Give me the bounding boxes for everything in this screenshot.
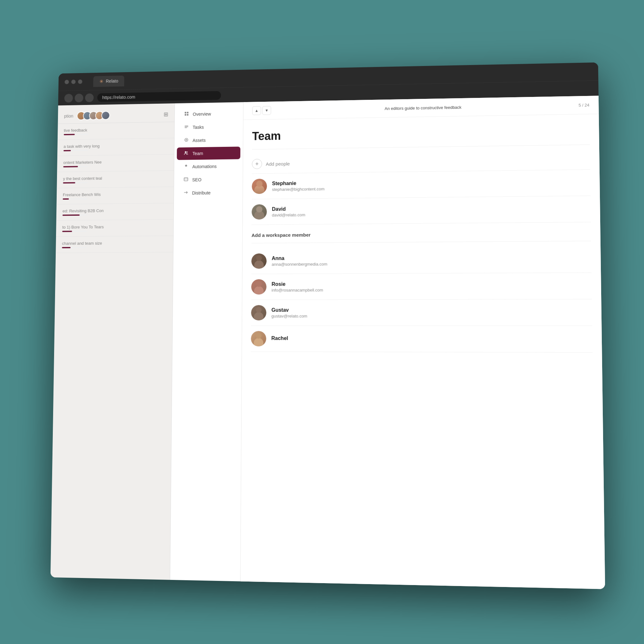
avatar-david <box>251 204 267 220</box>
member-name-gustav: Gustav <box>271 307 307 313</box>
team-member-rosie[interactable]: Rosie info@rosannacampbell.com <box>251 273 592 300</box>
list-item[interactable]: y the best content teal <box>57 171 174 188</box>
list-item[interactable]: ed: Revisiting B2B Con <box>56 203 174 221</box>
sidebar-item-label-distribute: Distribute <box>192 190 211 195</box>
list-item[interactable]: a task with very long <box>57 138 174 156</box>
list-item[interactable]: tive feedback <box>58 122 175 140</box>
browser-tab[interactable]: ✳ Relato <box>93 75 124 87</box>
member-name-rosie: Rosie <box>271 281 323 287</box>
sidebar-item-assets[interactable]: Assets <box>177 133 240 147</box>
divider <box>251 241 591 243</box>
avatar-rachel <box>251 331 266 346</box>
add-people-label: Add people <box>266 161 290 167</box>
team-member-stephanie[interactable]: Stephanie stephanie@bighcontent.com <box>252 170 591 199</box>
sidebar-item-label-automations: Automations <box>192 164 217 169</box>
avatar-5 <box>101 111 110 119</box>
list-item-title: to 1) Bore You To Tears <box>62 224 167 230</box>
svg-rect-3 <box>187 114 188 116</box>
team-member-gustav[interactable]: Gustav gustav@relato.com <box>251 299 592 326</box>
member-name-rachel: Rachel <box>271 336 288 341</box>
assets-icon <box>183 137 190 144</box>
list-item-title: tive feedback <box>64 127 168 133</box>
page-title: Team <box>252 125 590 143</box>
member-name-david: David <box>272 206 305 212</box>
distribute-icon <box>183 190 189 196</box>
list-item-title: Freelance Bench Wis <box>63 191 167 197</box>
next-arrow[interactable]: ▼ <box>262 106 271 115</box>
sidebar-item-label-seo: SEO <box>192 177 202 182</box>
nav-arrows: ▲ ▼ <box>252 106 271 115</box>
sidebar-item-distribute[interactable]: Distribute <box>176 186 240 199</box>
forward-button[interactable] <box>75 93 83 102</box>
reload-button[interactable] <box>85 93 94 102</box>
avatar-gustav <box>251 305 267 320</box>
toolbar-icons: ⊞ <box>164 111 168 118</box>
sidebar-item-team[interactable]: Team <box>177 147 240 160</box>
nav-sidebar: Overview Tasks <box>170 102 243 581</box>
list-item[interactable]: Freelance Bench Wis <box>57 187 174 204</box>
sidebar-item-overview[interactable]: Overview <box>177 107 241 121</box>
traffic-light-maximize[interactable] <box>78 80 82 84</box>
sidebar-item-seo[interactable]: SEO <box>176 173 240 186</box>
traffic-light-close[interactable] <box>65 80 69 84</box>
seo-icon <box>183 177 189 183</box>
traffic-lights <box>65 80 82 84</box>
list-item-title: ed: Revisiting B2B Con <box>62 208 167 213</box>
columns-icon[interactable]: ⊞ <box>164 111 168 118</box>
back-button[interactable] <box>64 94 73 102</box>
member-name-anna: Anna <box>272 255 327 261</box>
content-counter: 5 / 24 <box>579 102 590 108</box>
member-name-stephanie: Stephanie <box>272 180 325 186</box>
avatar-anna <box>251 253 267 269</box>
prev-arrow[interactable]: ▲ <box>252 106 261 115</box>
list-item-title: y the best content teal <box>63 175 168 181</box>
team-member-anna[interactable]: Anna anna@sonnenbergmedia.com <box>251 246 592 274</box>
member-info-gustav: Gustav gustav@relato.com <box>271 307 308 318</box>
svg-rect-2 <box>185 114 186 116</box>
svg-rect-0 <box>185 112 186 113</box>
sidebar-item-label-assets: Assets <box>193 138 206 143</box>
relato-tab-icon: ✳ <box>99 78 104 84</box>
main-content: ▲ ▼ An editors guide to constructive fee… <box>241 96 605 589</box>
add-people-icon: + <box>252 159 262 169</box>
team-member-david[interactable]: David david@relato.com <box>251 196 591 225</box>
svg-rect-11 <box>184 178 188 181</box>
traffic-light-minimize[interactable] <box>71 80 75 84</box>
member-email-stephanie: stephanie@bighcontent.com <box>272 186 325 192</box>
browser-window: ✳ Relato https://relato.com ption <box>51 62 605 589</box>
sidebar-header: ption <box>58 103 175 124</box>
list-item[interactable]: ontent Marketers Nee <box>57 155 174 172</box>
browser-nav-buttons <box>64 93 94 102</box>
tab-bar: ✳ Relato <box>93 75 124 87</box>
sidebar-item-label-team: Team <box>193 151 203 156</box>
member-info-rachel: Rachel <box>271 336 288 342</box>
sidebar-item-tasks[interactable]: Tasks <box>177 120 241 134</box>
tasks-icon <box>183 124 190 131</box>
svg-point-8 <box>186 139 187 140</box>
avatar-rosie <box>251 279 267 295</box>
member-info-rosie: Rosie info@rosannacampbell.com <box>271 281 323 292</box>
content-body: Team + Add people <box>241 114 605 589</box>
member-email-anna: anna@sonnenbergmedia.com <box>272 261 327 267</box>
svg-point-9 <box>185 151 186 153</box>
svg-rect-1 <box>187 112 188 113</box>
member-email-gustav: gustav@relato.com <box>271 314 307 318</box>
team-member-rachel[interactable]: Rachel <box>251 326 592 353</box>
left-sidebar: ption <box>51 103 175 580</box>
list-items: tive feedback a task with very long onte… <box>51 122 175 580</box>
app-content: ption <box>51 96 605 589</box>
team-icon <box>183 150 189 157</box>
tab-label: Relato <box>106 79 118 84</box>
list-item[interactable]: channel and team size <box>56 236 173 253</box>
list-item-title: channel and team size <box>62 241 167 246</box>
sidebar-item-label-tasks: Tasks <box>193 125 204 130</box>
list-item[interactable]: to 1) Bore You To Tears <box>56 220 174 237</box>
automations-icon <box>183 164 189 170</box>
workspace-section-title: Add a workspace member <box>251 230 591 238</box>
member-info-anna: Anna anna@sonnenbergmedia.com <box>272 255 327 267</box>
url-bar[interactable]: https://relato.com <box>97 91 221 102</box>
overview-icon <box>184 111 190 118</box>
sidebar-item-automations[interactable]: Automations <box>177 160 241 173</box>
sidebar-section-title: ption <box>64 113 73 118</box>
avatar-stephanie <box>252 179 267 194</box>
